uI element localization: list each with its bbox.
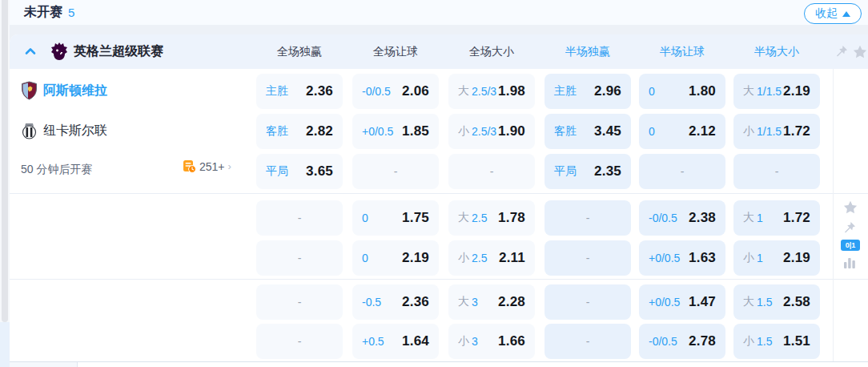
collapse-label: 收起 bbox=[815, 6, 838, 21]
odds-cell[interactable]: 平局3.65 bbox=[256, 154, 343, 189]
odds-value: 3.45 bbox=[594, 123, 621, 139]
selection-label: 主胜 bbox=[266, 84, 288, 99]
line-prefix: 大 bbox=[458, 295, 469, 309]
odds-cell[interactable]: +0/0.51.85 bbox=[352, 114, 439, 149]
odds-value: 2.35 bbox=[594, 163, 621, 179]
selection-label: 0 bbox=[362, 212, 368, 224]
selection-label: -0/0.5 bbox=[649, 212, 677, 224]
odds-cell[interactable]: 小31.66 bbox=[448, 324, 535, 359]
odds-cell[interactable]: 小1/1.51.72 bbox=[733, 114, 820, 149]
odds-cell[interactable]: 小12.19 bbox=[733, 240, 820, 276]
odds-cell[interactable]: 02.19 bbox=[352, 240, 439, 276]
odds-cell[interactable]: 大2.5/31.98 bbox=[448, 74, 535, 109]
line-prefix: 小 bbox=[743, 334, 754, 349]
odds-value: 2.82 bbox=[306, 123, 333, 139]
tab-not-started[interactable]: 未开赛 5 bbox=[24, 4, 74, 21]
odds-cell-empty: - bbox=[352, 154, 439, 189]
star-icon[interactable] bbox=[852, 44, 868, 60]
selection-label: 平局 bbox=[554, 164, 577, 179]
selection-label: -0/0.5 bbox=[649, 335, 677, 348]
selection-label: 3 bbox=[472, 335, 478, 348]
odds-value: 2.28 bbox=[498, 294, 525, 310]
odds-value: 1.64 bbox=[402, 333, 429, 349]
collapse-button[interactable]: 收起 bbox=[804, 3, 862, 24]
odds-cell[interactable]: 大1.52.58 bbox=[733, 284, 820, 320]
odds-cell-empty: - bbox=[733, 154, 820, 189]
odds-row: 平局3.65--平局2.35-- bbox=[10, 154, 868, 189]
odds-cell[interactable]: 大1/1.52.19 bbox=[733, 74, 820, 109]
line-prefix: 大 bbox=[458, 211, 469, 225]
premier-league-logo bbox=[50, 41, 69, 62]
chevron-up-icon[interactable] bbox=[24, 45, 37, 58]
pin-match-icon[interactable] bbox=[842, 220, 857, 235]
odds-value: 1.90 bbox=[498, 123, 525, 139]
odds-cell[interactable]: 02.12 bbox=[639, 114, 725, 149]
odds-cell-empty: - bbox=[545, 240, 631, 276]
odds-value: 1.98 bbox=[498, 83, 525, 99]
odds-value: 2.11 bbox=[499, 250, 525, 266]
scrollbar-thumb[interactable] bbox=[2, 0, 8, 322]
odds-cell[interactable]: 01.80 bbox=[639, 74, 725, 109]
dash-placeholder: - bbox=[586, 296, 590, 309]
odds-format-badge[interactable]: 0|1 bbox=[841, 240, 860, 251]
odds-cell[interactable]: +0.51.64 bbox=[352, 324, 439, 359]
line-prefix: 大 bbox=[743, 84, 754, 99]
odds-cell[interactable]: 小1.51.51 bbox=[733, 324, 820, 359]
odds-cell[interactable]: -0/0.52.78 bbox=[639, 324, 725, 359]
odds-cell[interactable]: 主胜2.36 bbox=[256, 74, 343, 109]
odds-value: 1.47 bbox=[689, 294, 716, 310]
odds-value: 2.06 bbox=[402, 83, 429, 99]
odds-cell[interactable]: -0/0.52.38 bbox=[639, 200, 725, 236]
odds-cell[interactable]: +0/0.51.63 bbox=[639, 240, 725, 276]
odds-board-page: 未开赛 5 收起 英格兰超级联赛 全场独赢 全场让球 全场大小 半场独赢 半场让… bbox=[0, 0, 868, 367]
line-prefix: 小 bbox=[743, 124, 754, 139]
odds-cell[interactable]: 大32.28 bbox=[448, 284, 535, 320]
odds-cell[interactable]: 平局2.35 bbox=[545, 154, 631, 189]
dash-placeholder: - bbox=[586, 335, 590, 348]
selection-label: 0 bbox=[649, 85, 655, 98]
odds-cell[interactable]: 大2.51.78 bbox=[448, 200, 535, 236]
odds-cell-empty: - bbox=[545, 284, 631, 320]
odds-value: 3.65 bbox=[306, 163, 333, 179]
dash-placeholder: - bbox=[586, 212, 590, 224]
odds-cell[interactable]: 客胜2.82 bbox=[256, 114, 343, 149]
odds-cell[interactable]: -0/0.52.06 bbox=[352, 74, 439, 109]
selection-label: 1/1.5 bbox=[757, 125, 782, 138]
odds-cell[interactable]: 01.75 bbox=[352, 200, 439, 236]
topbar: 未开赛 5 收起 bbox=[10, 0, 868, 25]
odds-cell[interactable]: -0.52.36 bbox=[352, 284, 439, 320]
selection-label: 1.5 bbox=[757, 296, 772, 309]
column-header-half-totals: 半场大小 bbox=[733, 45, 820, 59]
odds-cell[interactable]: 小2.5/31.90 bbox=[448, 114, 535, 149]
odds-row: 主胜2.36-0/0.52.06大2.5/31.98主胜2.9601.80大1/… bbox=[10, 74, 868, 109]
favorite-star-icon[interactable] bbox=[842, 200, 858, 216]
line-prefix: 大 bbox=[458, 84, 469, 99]
odds-cell[interactable]: 大11.72 bbox=[733, 200, 820, 236]
selection-label: 2.5 bbox=[472, 212, 487, 224]
dash-placeholder: - bbox=[490, 165, 494, 178]
odds-cell-empty: - bbox=[256, 324, 343, 359]
odds-value: 2.96 bbox=[594, 83, 621, 99]
odds-value: 2.78 bbox=[689, 333, 716, 349]
pin-icon[interactable] bbox=[834, 44, 849, 58]
odds-cell-empty: - bbox=[256, 200, 343, 236]
stats-chart-icon[interactable] bbox=[842, 256, 857, 270]
column-header-full-handicap: 全场让球 bbox=[352, 45, 439, 59]
odds-cell[interactable]: 客胜3.45 bbox=[545, 114, 631, 149]
selection-label: 客胜 bbox=[266, 124, 288, 139]
line-prefix: 小 bbox=[458, 124, 469, 139]
odds-value: 1.66 bbox=[498, 333, 525, 349]
odds-row: -+0.51.64小31.66--0/0.52.78小1.51.51 bbox=[10, 324, 868, 359]
dash-placeholder: - bbox=[298, 335, 302, 348]
odds-cell[interactable]: 小2.52.11 bbox=[448, 240, 535, 276]
odds-value: 2.58 bbox=[783, 294, 810, 310]
odds-cell-empty: - bbox=[448, 154, 535, 189]
odds-value: 2.19 bbox=[402, 250, 429, 266]
column-header-full-1x2: 全场独赢 bbox=[256, 45, 343, 59]
odds-cell[interactable]: +0/0.51.47 bbox=[639, 284, 725, 320]
odds-value: 1.75 bbox=[402, 210, 429, 226]
line-prefix: 大 bbox=[743, 211, 754, 225]
dash-placeholder: - bbox=[298, 296, 302, 309]
league-section: 英格兰超级联赛 全场独赢 全场让球 全场大小 半场独赢 半场让球 半场大小 阿斯… bbox=[10, 34, 868, 367]
odds-cell[interactable]: 主胜2.96 bbox=[545, 74, 631, 109]
